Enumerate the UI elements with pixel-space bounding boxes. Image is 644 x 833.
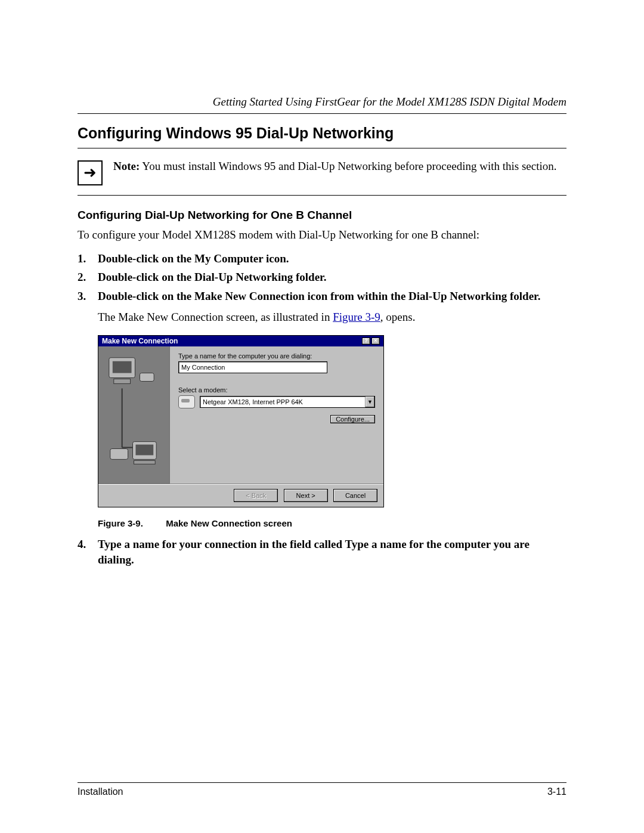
back-button: < Back [234, 489, 278, 502]
page-footer: Installation 3-11 [78, 782, 566, 797]
step-2: Double-click on the Dial-Up Networking f… [78, 270, 566, 285]
note-rule [78, 195, 566, 196]
dialog-title: Make New Connection [102, 337, 178, 345]
document-page: Getting Started Using FirstGear for the … [0, 0, 644, 833]
step-3-follow-post: , opens. [380, 311, 416, 323]
footer-section: Installation [78, 786, 123, 797]
chevron-down-icon[interactable]: ▼ [365, 397, 374, 407]
dialog-footer: < Back Next > Cancel [98, 484, 383, 507]
footer-page-number: 3-11 [547, 786, 566, 797]
svg-rect-4 [140, 373, 154, 382]
step-list-continued: Type a name for your connection in the f… [78, 537, 566, 567]
arrow-right-icon: ➜ [78, 160, 103, 185]
note-block: ➜ Note: You must install Windows 95 and … [78, 159, 566, 185]
modem-select-value: Netgear XM128, Internet PPP 64K [203, 398, 303, 405]
step-4: Type a name for your connection in the f… [78, 537, 566, 567]
note-text: Note: You must install Windows 95 and Di… [113, 159, 556, 174]
subsection-title: Configuring Dial-Up Networking for One B… [78, 209, 566, 222]
svg-rect-10 [134, 461, 156, 465]
step-1: Double-click on the My Computer icon. [78, 251, 566, 267]
modem-field-label: Select a modem: [178, 386, 375, 394]
close-icon[interactable]: × [371, 337, 380, 345]
step-list: Double-click on the My Computer icon. Do… [78, 251, 566, 304]
note-label: Note: [113, 160, 140, 172]
help-button-icon[interactable]: ? [362, 337, 370, 345]
connection-name-input[interactable]: My Connection [178, 361, 327, 373]
next-button[interactable]: Next > [284, 489, 328, 502]
svg-rect-3 [114, 379, 131, 384]
win95-dialog: Make New Connection ? × [98, 335, 384, 507]
figure-link[interactable]: Figure 3-9 [333, 311, 380, 323]
section-title: Configuring Windows 95 Dial-Up Networkin… [78, 125, 566, 142]
figure-3-9: Make New Connection ? × [98, 335, 566, 528]
note-body: You must install Windows 95 and Dial-Up … [140, 160, 556, 172]
figure-caption-text: Make New Connection screen [166, 518, 292, 528]
cancel-button[interactable]: Cancel [333, 489, 377, 502]
figure-caption: Figure 3-9. Make New Connection screen [98, 518, 566, 528]
configure-button[interactable]: Configure... [330, 415, 375, 423]
step-3: Double-click on the Make New Connection … [78, 289, 566, 304]
footer-rule [78, 782, 566, 783]
wizard-side-graphic [98, 346, 170, 484]
title-rule [78, 148, 566, 148]
step-3-follow-pre: The Make New Connection screen, as illus… [98, 311, 333, 323]
top-rule [78, 113, 566, 114]
titlebar-buttons: ? × [362, 337, 380, 345]
figure-label: Figure 3-9. [98, 518, 163, 528]
modem-row: Netgear XM128, Internet PPP 64K ▼ [178, 395, 375, 408]
computer-phone-illustration-icon [98, 346, 169, 484]
modem-select[interactable]: Netgear XM128, Internet PPP 64K ▼ [200, 396, 375, 408]
svg-rect-7 [110, 449, 128, 460]
running-head: Getting Started Using FirstGear for the … [78, 95, 566, 109]
dialog-body: Type a name for the computer you are dia… [98, 346, 383, 484]
dialog-main: Type a name for the computer you are dia… [170, 346, 383, 484]
name-field-label: Type a name for the computer you are dia… [178, 352, 375, 360]
svg-rect-2 [113, 361, 132, 373]
modem-icon [178, 395, 195, 408]
dialog-titlebar[interactable]: Make New Connection ? × [98, 336, 383, 346]
step-3-followup: The Make New Connection screen, as illus… [98, 310, 566, 325]
svg-rect-9 [135, 445, 153, 456]
subsection-intro: To configure your Model XM128S modem wit… [78, 228, 566, 243]
